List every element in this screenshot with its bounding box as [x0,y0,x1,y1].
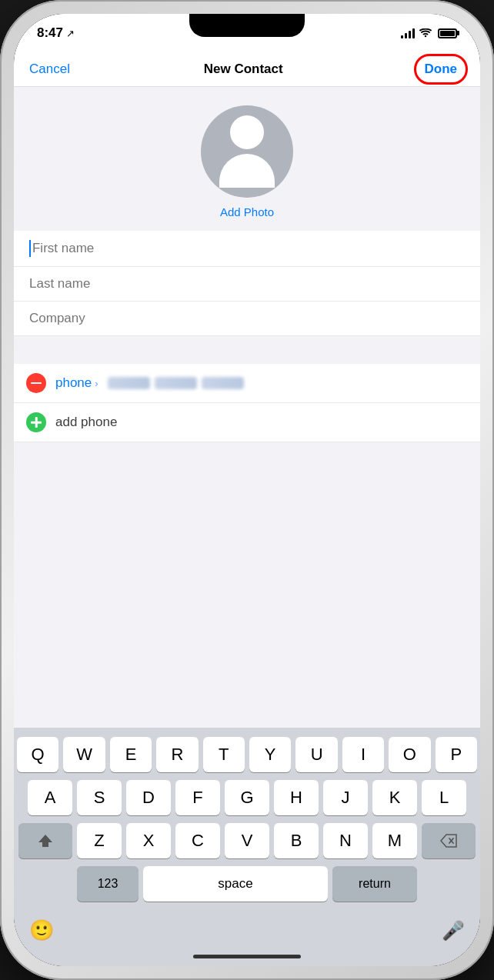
key-j[interactable]: J [323,780,368,815]
battery-icon [438,28,457,38]
key-d[interactable]: D [126,780,171,815]
avatar-head [230,115,264,149]
key-p[interactable]: P [436,737,477,772]
company-input[interactable] [29,311,465,326]
delete-key[interactable] [422,823,476,858]
key-x[interactable]: X [126,823,171,858]
signal-bar-1 [401,35,403,38]
plus-icon [31,417,42,428]
mic-icon[interactable]: 🎤 [442,920,465,942]
add-phone-label[interactable]: add phone [55,415,117,430]
section-divider [14,336,480,364]
phone-label[interactable]: phone [55,375,92,391]
status-icons [401,28,457,38]
keyboard-row-2: A S D F G H J K L [17,780,477,815]
form-section [14,231,480,336]
signal-bar-3 [409,31,411,38]
key-k[interactable]: K [372,780,417,815]
minus-icon [31,382,42,385]
key-z[interactable]: Z [77,823,122,858]
key-i[interactable]: I [342,737,384,772]
keyboard-row-3: Z X C V B N M [17,823,477,858]
return-key[interactable]: return [332,866,417,902]
shift-key[interactable] [18,823,72,858]
key-r[interactable]: R [156,737,198,772]
add-phone-button[interactable] [26,412,46,432]
key-m[interactable]: M [372,823,417,858]
key-b[interactable]: B [274,823,319,858]
avatar[interactable] [201,105,293,198]
done-wrapper: Done [416,62,465,77]
keyboard-row-1: Q W E R T Y U I O P [17,737,477,772]
app-content: Cancel New Contact Done Add [14,52,480,966]
phone-blur-3 [202,377,244,389]
key-n[interactable]: N [323,823,368,858]
battery-fill [440,31,455,36]
contact-section: phone › add phone [14,364,480,442]
signal-bars-icon [401,28,415,38]
keyboard-row-4: 123 space return [17,866,477,902]
company-row[interactable] [14,302,480,336]
add-photo-button[interactable]: Add Photo [220,205,274,218]
first-name-row[interactable] [14,231,480,267]
remove-phone-button[interactable] [26,373,46,393]
phone-chevron-icon: › [95,378,98,389]
notch [189,14,305,37]
key-u[interactable]: U [295,737,337,772]
key-l[interactable]: L [422,780,466,815]
add-phone-row[interactable]: add phone [14,403,480,442]
key-e[interactable]: E [110,737,152,772]
key-h[interactable]: H [274,780,319,815]
last-name-row[interactable] [14,267,480,302]
key-t[interactable]: T [203,737,245,772]
status-time: 8:47 [37,25,63,41]
last-name-input[interactable] [29,276,465,292]
key-y[interactable]: Y [249,737,291,772]
svg-marker-0 [38,835,52,847]
key-w[interactable]: W [63,737,105,772]
phone-row[interactable]: phone › [14,364,480,403]
keyboard: Q W E R T Y U I O P A S [14,728,480,912]
key-a[interactable]: A [28,780,72,815]
phone-frame: 8:47 ↗ [0,0,494,980]
cursor [29,240,31,257]
space-key[interactable]: space [143,866,328,902]
emoji-icon[interactable]: 🙂 [29,918,54,942]
location-icon: ↗ [66,28,75,39]
numbers-key[interactable]: 123 [77,866,139,902]
phone-blur-2 [155,377,197,389]
key-o[interactable]: O [389,737,430,772]
keyboard-toolbar: 🙂 🎤 [14,912,480,948]
key-s[interactable]: S [77,780,122,815]
first-name-input[interactable] [32,241,465,256]
avatar-person [219,115,275,188]
signal-bar-2 [405,33,407,38]
page-title: New Contact [204,62,283,77]
cancel-button[interactable]: Cancel [29,62,70,77]
home-indicator-area [14,948,480,966]
phone-inner: 8:47 ↗ [14,14,480,966]
home-bar [193,955,301,958]
avatar-body [219,154,275,188]
phone-blur-1 [108,377,150,389]
screen: 8:47 ↗ [14,14,480,966]
delete-icon [440,834,457,848]
done-button[interactable]: Done [416,58,465,79]
spacer [14,442,480,728]
signal-bar-4 [412,28,415,38]
key-q[interactable]: Q [17,737,58,772]
photo-section: Add Photo [14,87,480,231]
key-g[interactable]: G [225,780,269,815]
shift-icon [37,832,54,849]
nav-bar: Cancel New Contact Done [14,52,480,87]
phone-value [108,377,244,389]
key-f[interactable]: F [175,780,220,815]
key-c[interactable]: C [175,823,220,858]
wifi-icon [419,28,432,38]
key-v[interactable]: V [225,823,269,858]
